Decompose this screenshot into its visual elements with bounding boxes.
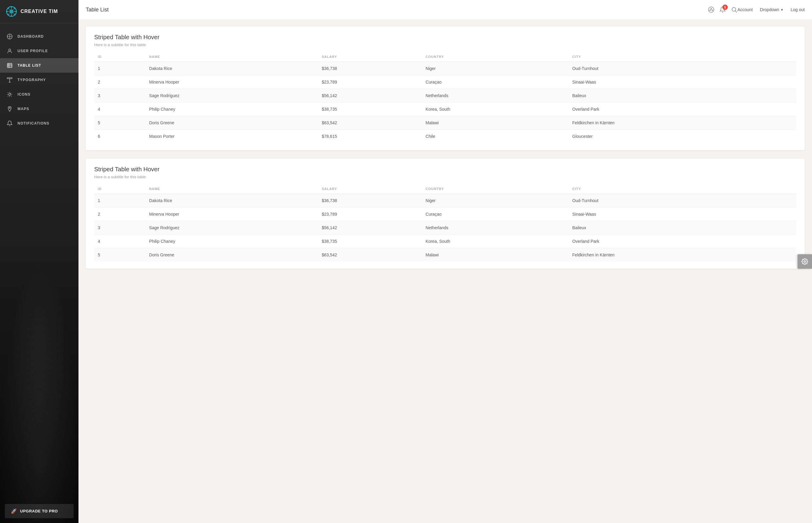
sidebar-item-typography[interactable]: TYPOGRAPHY	[0, 73, 79, 87]
cell-id: 2	[94, 208, 145, 221]
col-header-name-2: NAME	[145, 184, 318, 194]
table-row[interactable]: 5 Doris Greene $63,542 Malawi Feldkirche…	[94, 248, 796, 262]
table-container-2: ID NAME SALARY COUNTRY CITY 1 Dakota Ric…	[86, 184, 805, 269]
search-button[interactable]	[731, 6, 738, 13]
logout-link[interactable]: Log out	[791, 7, 805, 12]
table-container-1: ID NAME SALARY COUNTRY CITY 1 Dakota Ric…	[86, 52, 805, 150]
cell-salary: $38,735	[318, 103, 422, 116]
table-row[interactable]: 3 Sage Rodriguez $56,142 Netherlands Bai…	[94, 89, 796, 103]
maps-icon	[6, 105, 13, 112]
col-header-name-1: NAME	[145, 52, 318, 62]
table-row[interactable]: 4 Philip Chaney $38,735 Korea, South Ove…	[94, 235, 796, 248]
sidebar-item-table-list[interactable]: TABLE LIST	[0, 58, 79, 73]
cell-city: Gloucester	[569, 130, 796, 143]
sidebar-item-icons[interactable]: ICONS	[0, 87, 79, 102]
cell-name: Dakota Rice	[145, 62, 318, 75]
cell-salary: $56,142	[318, 89, 422, 103]
cell-id: 3	[94, 221, 145, 235]
upgrade-to-pro-button[interactable]: 🚀 UPGRADE TO PRO	[5, 504, 74, 518]
cell-country: Korea, South	[422, 103, 569, 116]
table-row[interactable]: 2 Minerva Hooper $23,789 Curaçao Sinaai-…	[94, 208, 796, 221]
main-area: Table List 5	[79, 0, 812, 523]
topnav-icons: 5	[708, 6, 738, 13]
cell-salary: $23,789	[318, 208, 422, 221]
cell-salary: $56,142	[318, 221, 422, 235]
col-header-city-1: CITY	[569, 52, 796, 62]
cell-country: Korea, South	[422, 235, 569, 248]
sidebar-item-user-profile[interactable]: USER PROFILE	[0, 44, 79, 58]
upgrade-btn-label: UPGRADE TO PRO	[20, 509, 58, 513]
sidebar-item-label-table-list: TABLE LIST	[18, 64, 41, 68]
cell-country: Malawi	[422, 248, 569, 262]
dropdown-menu[interactable]: Dropdown ▼	[760, 7, 784, 12]
cell-country: Netherlands	[422, 89, 569, 103]
sidebar-item-dashboard[interactable]: DASHBOARD	[0, 29, 79, 44]
dropdown-label: Dropdown	[760, 7, 779, 12]
col-header-country-2: COUNTRY	[422, 184, 569, 194]
cell-city: Feldkirchen in Kärnten	[569, 116, 796, 130]
sidebar-item-label-notifications: NOTIFICATIONS	[18, 121, 49, 125]
user-icon	[6, 47, 13, 55]
cell-salary: $63,542	[318, 116, 422, 130]
cell-name: Minerva Hooper	[145, 208, 318, 221]
typography-icon	[6, 76, 13, 84]
cell-city: Baileux	[569, 221, 796, 235]
cell-id: 4	[94, 103, 145, 116]
account-link[interactable]: Account	[738, 7, 753, 12]
cell-id: 5	[94, 116, 145, 130]
card-subtitle-1: Here is a subtitle for this table	[94, 42, 796, 47]
col-header-id-2: ID	[94, 184, 145, 194]
svg-point-1	[10, 10, 14, 14]
cell-name: Philip Chaney	[145, 235, 318, 248]
cell-salary: $36,738	[318, 62, 422, 75]
col-header-id-1: ID	[94, 52, 145, 62]
cell-city: Feldkirchen in Kärnten	[569, 248, 796, 262]
cell-id: 4	[94, 235, 145, 248]
svg-point-16	[9, 49, 11, 51]
cell-name: Doris Greene	[145, 116, 318, 130]
svg-point-30	[732, 7, 736, 12]
svg-point-25	[9, 107, 10, 108]
sidebar-item-maps[interactable]: MAPS	[0, 102, 79, 116]
data-table-1: ID NAME SALARY COUNTRY CITY 1 Dakota Ric…	[94, 52, 796, 143]
icons-icon	[6, 91, 13, 98]
table-row[interactable]: 5 Doris Greene $63,542 Malawi Feldkirche…	[94, 116, 796, 130]
cell-id: 5	[94, 248, 145, 262]
table-row[interactable]: 3 Sage Rodriguez $56,142 Netherlands Bai…	[94, 221, 796, 235]
sidebar-item-notifications[interactable]: NOTIFICATIONS	[0, 116, 79, 131]
col-header-salary-2: SALARY	[318, 184, 422, 194]
cell-city: Oud-Turnhout	[569, 62, 796, 75]
cell-name: Sage Rodriguez	[145, 221, 318, 235]
cell-city: Overland Park	[569, 103, 796, 116]
cell-country: Niger	[422, 194, 569, 208]
table-row[interactable]: 6 Mason Porter $78,615 Chile Gloucester	[94, 130, 796, 143]
card-header-1: Striped Table with Hover Here is a subti…	[86, 26, 805, 52]
cell-salary: $36,738	[318, 194, 422, 208]
cell-city: Baileux	[569, 89, 796, 103]
notifications-icon	[6, 120, 13, 127]
notifications-button[interactable]: 5	[719, 6, 726, 13]
cell-country: Malawi	[422, 116, 569, 130]
cell-salary: $23,789	[318, 75, 422, 89]
data-table-2: ID NAME SALARY COUNTRY CITY 1 Dakota Ric…	[94, 184, 796, 262]
svg-point-28	[712, 10, 713, 11]
palette-button[interactable]	[708, 6, 714, 13]
cell-id: 2	[94, 75, 145, 89]
col-header-salary-1: SALARY	[318, 52, 422, 62]
sidebar-logo-text: CREATIVE TIM	[20, 9, 58, 14]
cell-name: Doris Greene	[145, 248, 318, 262]
cell-city: Sinaai-Waas	[569, 208, 796, 221]
table-row[interactable]: 2 Minerva Hooper $23,789 Curaçao Sinaai-…	[94, 75, 796, 89]
svg-point-26	[708, 7, 714, 12]
settings-sidebar-button[interactable]	[797, 254, 812, 269]
sidebar-item-label-user-profile: USER PROFILE	[18, 49, 48, 53]
cell-id: 1	[94, 194, 145, 208]
table-row[interactable]: 1 Dakota Rice $36,738 Niger Oud-Turnhout	[94, 62, 796, 75]
cell-city: Oud-Turnhout	[569, 194, 796, 208]
topnav: Table List 5	[79, 0, 812, 19]
page-content: Striped Table with Hover Here is a subti…	[79, 19, 812, 523]
creative-tim-logo-icon	[6, 6, 17, 17]
cell-name: Dakota Rice	[145, 194, 318, 208]
table-row[interactable]: 4 Philip Chaney $38,735 Korea, South Ove…	[94, 103, 796, 116]
table-row[interactable]: 1 Dakota Rice $36,738 Niger Oud-Turnhout	[94, 194, 796, 208]
